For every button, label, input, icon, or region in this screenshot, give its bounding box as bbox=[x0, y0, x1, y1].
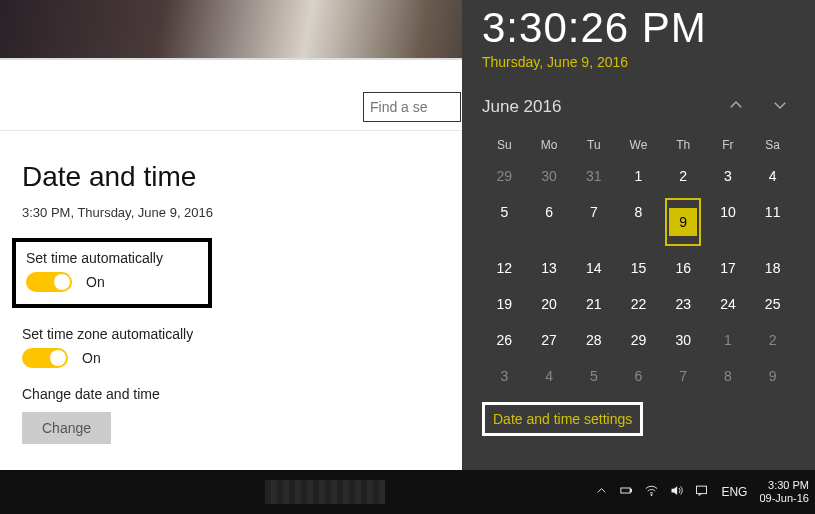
svg-marker-3 bbox=[672, 486, 678, 495]
calendar-day[interactable]: 31 bbox=[571, 158, 616, 194]
next-month-icon[interactable] bbox=[771, 96, 789, 118]
dow-header: Mo bbox=[527, 132, 572, 158]
calendar-day[interactable]: 26 bbox=[482, 322, 527, 358]
dow-header: Th bbox=[661, 132, 706, 158]
calendar-day[interactable]: 29 bbox=[482, 158, 527, 194]
taskbar-app-preview bbox=[265, 480, 385, 504]
calendar-day[interactable]: 9 bbox=[750, 358, 795, 394]
auto-tz-state: On bbox=[82, 350, 101, 366]
svg-rect-4 bbox=[697, 486, 707, 494]
language-indicator[interactable]: ENG bbox=[721, 485, 747, 499]
prev-month-icon[interactable] bbox=[727, 96, 745, 118]
dow-header: We bbox=[616, 132, 661, 158]
calendar: SuMoTuWeThFrSa 2930311234567891011121314… bbox=[482, 132, 795, 394]
calendar-day[interactable]: 11 bbox=[750, 194, 795, 250]
calendar-day[interactable]: 3 bbox=[706, 158, 751, 194]
calendar-day[interactable]: 21 bbox=[571, 286, 616, 322]
change-dt-label: Change date and time bbox=[22, 386, 440, 402]
taskbar: ENG 3:30 PM 09-Jun-16 bbox=[0, 470, 815, 514]
taskbar-date: 09-Jun-16 bbox=[759, 492, 809, 505]
calendar-day[interactable]: 22 bbox=[616, 286, 661, 322]
page-title: Date and time bbox=[22, 161, 440, 193]
calendar-day[interactable]: 1 bbox=[706, 322, 751, 358]
calendar-day[interactable]: 6 bbox=[527, 194, 572, 250]
search-input[interactable] bbox=[363, 92, 461, 122]
dow-header: Su bbox=[482, 132, 527, 158]
calendar-day[interactable]: 17 bbox=[706, 250, 751, 286]
calendar-day[interactable]: 8 bbox=[706, 358, 751, 394]
date-time-settings-link[interactable]: Date and time settings bbox=[482, 402, 643, 436]
calendar-day[interactable]: 18 bbox=[750, 250, 795, 286]
dow-header: Tu bbox=[571, 132, 616, 158]
calendar-day[interactable]: 19 bbox=[482, 286, 527, 322]
svg-rect-0 bbox=[621, 488, 630, 493]
calendar-day[interactable]: 2 bbox=[661, 158, 706, 194]
calendar-day[interactable]: 8 bbox=[616, 194, 661, 250]
change-button[interactable]: Change bbox=[22, 412, 111, 444]
calendar-day[interactable]: 30 bbox=[527, 158, 572, 194]
calendar-day[interactable]: 4 bbox=[527, 358, 572, 394]
calendar-day[interactable]: 25 bbox=[750, 286, 795, 322]
calendar-day[interactable]: 30 bbox=[661, 322, 706, 358]
calendar-day[interactable]: 24 bbox=[706, 286, 751, 322]
calendar-day[interactable]: 5 bbox=[571, 358, 616, 394]
calendar-day[interactable]: 27 bbox=[527, 322, 572, 358]
wifi-icon[interactable] bbox=[644, 483, 659, 502]
month-label[interactable]: June 2016 bbox=[482, 97, 561, 117]
auto-tz-label: Set time zone automatically bbox=[22, 326, 440, 342]
calendar-day[interactable]: 5 bbox=[482, 194, 527, 250]
current-datetime: 3:30 PM, Thursday, June 9, 2016 bbox=[22, 205, 440, 220]
calendar-day[interactable]: 23 bbox=[661, 286, 706, 322]
calendar-day[interactable]: 3 bbox=[482, 358, 527, 394]
highlight-auto-time: Set time automatically On bbox=[12, 238, 212, 308]
calendar-day[interactable]: 2 bbox=[750, 322, 795, 358]
flyout-time: 3:30:26 PM bbox=[482, 4, 795, 52]
taskbar-time: 3:30 PM bbox=[759, 479, 809, 492]
taskbar-clock[interactable]: 3:30 PM 09-Jun-16 bbox=[759, 479, 809, 505]
calendar-day[interactable]: 10 bbox=[706, 194, 751, 250]
dow-header: Sa bbox=[750, 132, 795, 158]
calendar-day[interactable]: 14 bbox=[571, 250, 616, 286]
calendar-day[interactable]: 6 bbox=[616, 358, 661, 394]
battery-icon[interactable] bbox=[619, 483, 634, 502]
auto-time-label: Set time automatically bbox=[26, 250, 198, 266]
calendar-day[interactable]: 1 bbox=[616, 158, 661, 194]
system-tray[interactable] bbox=[594, 483, 709, 502]
auto-tz-toggle[interactable] bbox=[22, 348, 68, 368]
calendar-day[interactable]: 13 bbox=[527, 250, 572, 286]
settings-panel: Date and time 3:30 PM, Thursday, June 9,… bbox=[0, 130, 462, 470]
calendar-day[interactable]: 7 bbox=[661, 358, 706, 394]
flyout-date[interactable]: Thursday, June 9, 2016 bbox=[482, 54, 795, 70]
datetime-flyout: 3:30:26 PM Thursday, June 9, 2016 June 2… bbox=[462, 0, 815, 470]
svg-point-2 bbox=[651, 494, 652, 495]
calendar-day[interactable]: 16 bbox=[661, 250, 706, 286]
calendar-day[interactable]: 12 bbox=[482, 250, 527, 286]
calendar-day[interactable]: 9 bbox=[661, 194, 706, 250]
calendar-day[interactable]: 15 bbox=[616, 250, 661, 286]
auto-time-toggle[interactable] bbox=[26, 272, 72, 292]
action-center-icon[interactable] bbox=[694, 483, 709, 502]
calendar-day[interactable]: 29 bbox=[616, 322, 661, 358]
calendar-day[interactable]: 4 bbox=[750, 158, 795, 194]
dow-header: Fr bbox=[706, 132, 751, 158]
chevron-up-icon[interactable] bbox=[594, 483, 609, 502]
calendar-day[interactable]: 20 bbox=[527, 286, 572, 322]
svg-rect-1 bbox=[631, 489, 632, 492]
auto-time-state: On bbox=[86, 274, 105, 290]
calendar-day[interactable]: 28 bbox=[571, 322, 616, 358]
calendar-day[interactable]: 7 bbox=[571, 194, 616, 250]
volume-icon[interactable] bbox=[669, 483, 684, 502]
